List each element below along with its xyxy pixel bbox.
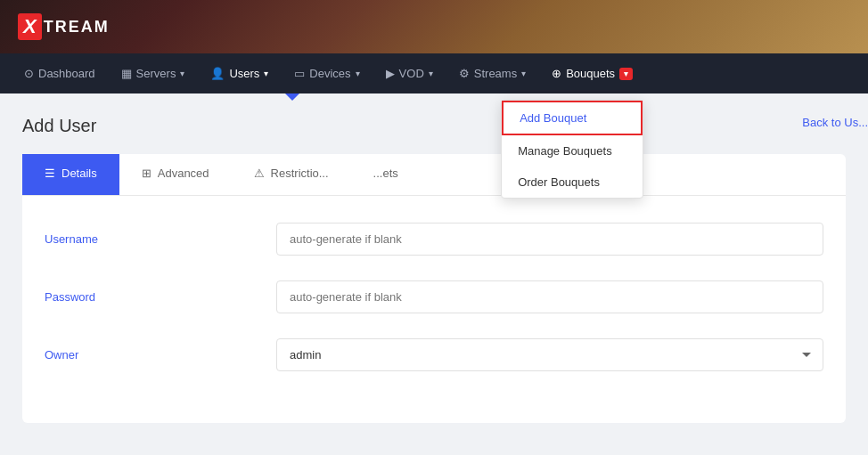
nav-item-vod[interactable]: ▶ VOD ▾ <box>375 60 444 87</box>
username-row: Username <box>45 223 823 256</box>
tab-advanced[interactable]: ⊞ Advanced <box>119 154 232 195</box>
form-body: Username Password Owner admin <box>22 196 846 423</box>
nav-item-users[interactable]: 👤 Users ▾ <box>200 60 279 87</box>
tab-bar: ☰ Details ⊞ Advanced ⚠ Restrictio... ...… <box>22 154 846 196</box>
username-input[interactable] <box>276 223 823 256</box>
password-row: Password <box>45 280 823 313</box>
form-card: ☰ Details ⊞ Advanced ⚠ Restrictio... ...… <box>22 154 846 423</box>
chevron-down-icon: ▾ <box>619 68 633 80</box>
nav-item-streams[interactable]: ⚙ Streams ▾ <box>448 60 536 87</box>
dropdown-item-order-bouquets[interactable]: Order Bouquets <box>502 167 643 198</box>
nav-label-users: Users <box>229 67 259 80</box>
server-icon: ▦ <box>121 67 132 80</box>
nav-label-dashboard: Dashboard <box>38 67 95 80</box>
tab-bouquets[interactable]: ...ets <box>351 154 421 195</box>
nav-label-devices: Devices <box>309 67 350 80</box>
main-nav: ⊙ Dashboard ▦ Servers ▾ 👤 Users ▾ ▭ Devi… <box>0 53 868 93</box>
device-icon: ▭ <box>294 67 305 80</box>
owner-row: Owner admin <box>45 338 823 371</box>
tab-bouquets-label: ...ets <box>373 167 398 180</box>
tab-advanced-label: Advanced <box>158 167 209 180</box>
user-icon: 👤 <box>210 67 225 80</box>
tab-details-label: Details <box>61 167 97 180</box>
app-header: X TREAM <box>0 0 868 53</box>
nav-label-bouquets: Bouquets <box>566 67 615 80</box>
chevron-down-icon: ▾ <box>429 69 433 78</box>
advanced-icon: ⊞ <box>142 167 151 180</box>
nav-item-bouquets-container: ⊕ Bouquets ▾ Add Bouquet Manage Bouquets… <box>541 60 643 87</box>
chevron-down-icon: ▾ <box>356 69 360 78</box>
tab-restrictions[interactable]: ⚠ Restrictio... <box>232 154 351 195</box>
password-input[interactable] <box>276 280 823 313</box>
logo[interactable]: X TREAM <box>18 13 110 40</box>
nav-item-servers[interactable]: ▦ Servers ▾ <box>111 60 196 87</box>
nav-item-dashboard[interactable]: ⊙ Dashboard <box>13 60 106 87</box>
restrictions-icon: ⚠ <box>254 167 265 180</box>
logo-x: X <box>18 13 42 40</box>
chevron-down-icon: ▾ <box>264 69 268 78</box>
chevron-down-icon: ▾ <box>521 69 526 78</box>
tab-restrictions-label: Restrictio... <box>271 167 329 180</box>
bouquet-icon: ⊕ <box>552 67 561 80</box>
dropdown-item-manage-bouquets[interactable]: Manage Bouquets <box>502 135 643 167</box>
nav-item-bouquets[interactable]: ⊕ Bouquets ▾ <box>541 60 643 87</box>
vod-icon: ▶ <box>386 67 395 80</box>
chevron-down-icon: ▾ <box>180 69 184 78</box>
nav-label-servers: Servers <box>136 67 176 80</box>
page-title: Add User <box>22 116 846 136</box>
tab-details[interactable]: ☰ Details <box>22 154 119 195</box>
nav-item-devices[interactable]: ▭ Devices ▾ <box>283 60 370 87</box>
logo-text: TREAM <box>44 18 110 37</box>
nav-label-streams: Streams <box>474 67 517 80</box>
dropdown-item-add-bouquet[interactable]: Add Bouquet <box>502 101 643 135</box>
nav-label-vod: VOD <box>399 67 424 80</box>
main-content: Add User Back to Us... ☰ Details ⊞ Advan… <box>0 93 868 445</box>
username-label: Username <box>45 232 276 246</box>
stream-icon: ⚙ <box>459 67 470 80</box>
owner-label: Owner <box>45 348 276 362</box>
owner-select[interactable]: admin <box>276 338 823 371</box>
circle-icon: ⊙ <box>24 67 34 80</box>
details-icon: ☰ <box>45 167 55 180</box>
back-link[interactable]: Back to Us... <box>802 116 868 129</box>
bouquets-dropdown: Add Bouquet Manage Bouquets Order Bouque… <box>501 100 643 199</box>
password-label: Password <box>45 290 276 304</box>
